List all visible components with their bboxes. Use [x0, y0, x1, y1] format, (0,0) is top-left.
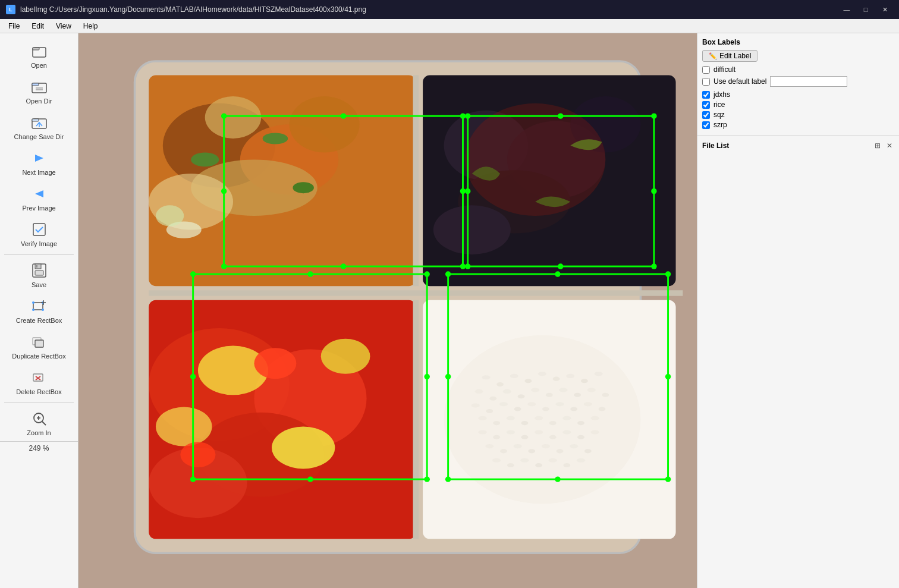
svg-point-40: [205, 96, 262, 139]
svg-line-31: [42, 422, 46, 425]
svg-point-83: [587, 388, 596, 392]
next-image-icon: [30, 149, 49, 168]
svg-point-157: [190, 374, 196, 379]
image-container[interactable]: [78, 33, 697, 588]
open-icon: [30, 42, 49, 61]
verify-image-button[interactable]: Verify Image: [7, 216, 72, 251]
duplicate-rectbox-label: Duplicate RectBox: [12, 353, 66, 360]
label-item-sqz: sqz: [702, 111, 894, 119]
file-list-header-icons: ⊞ ✕: [873, 141, 894, 150]
create-rectbox-label: Create RectBox: [16, 317, 62, 324]
label-checkbox-rice[interactable]: [702, 101, 710, 109]
sidebar: Open Open Dir: [0, 33, 78, 588]
change-save-dir-label: Change Save Dir: [14, 133, 64, 140]
prev-image-button[interactable]: Prev Image: [7, 181, 72, 215]
difficult-checkbox[interactable]: [702, 66, 710, 74]
svg-point-111: [577, 435, 584, 439]
main-layout: Open Open Dir: [0, 33, 899, 588]
file-list-header: File List ⊞ ✕: [702, 141, 894, 150]
use-default-checkbox[interactable]: [702, 78, 710, 86]
delete-rectbox-label: Delete RectBox: [16, 388, 61, 395]
svg-point-19: [32, 309, 34, 311]
delete-rectbox-button[interactable]: Delete RectBox: [7, 364, 72, 399]
svg-point-91: [555, 402, 564, 406]
label-item-rice: rice: [702, 100, 894, 109]
verify-image-icon: [30, 220, 49, 239]
svg-point-134: [221, 263, 227, 269]
menu-edit[interactable]: Edit: [26, 21, 50, 32]
svg-point-116: [528, 449, 535, 453]
save-label: Save: [32, 281, 46, 288]
svg-point-119: [570, 444, 578, 448]
svg-point-51: [433, 205, 511, 254]
svg-point-107: [521, 435, 529, 439]
verify-image-label: Verify Image: [21, 240, 57, 247]
svg-point-108: [535, 430, 543, 434]
svg-rect-24: [35, 340, 43, 347]
svg-point-59: [272, 427, 335, 469]
change-save-dir-button[interactable]: Change Save Dir: [7, 109, 72, 144]
label-checkbox-sqz[interactable]: [702, 111, 710, 119]
create-rectbox-button[interactable]: Create RectBox: [7, 293, 72, 328]
svg-point-90: [542, 407, 549, 411]
menubar: File Edit View Help: [0, 19, 899, 33]
maximize-button[interactable]: □: [857, 4, 874, 15]
svg-point-102: [577, 421, 584, 425]
close-button[interactable]: ✕: [876, 4, 893, 15]
svg-point-84: [602, 393, 609, 397]
svg-rect-1: [33, 48, 39, 50]
svg-point-41: [191, 153, 219, 167]
next-image-button[interactable]: Next Image: [7, 145, 72, 180]
label-checkbox-szrp[interactable]: [702, 121, 710, 129]
svg-point-120: [584, 449, 592, 453]
svg-point-165: [555, 476, 560, 482]
menu-view[interactable]: View: [50, 21, 77, 32]
svg-point-71: [553, 377, 560, 381]
svg-point-98: [521, 421, 529, 425]
main-image: [78, 33, 697, 588]
label-text-rice: rice: [713, 100, 725, 109]
svg-point-144: [651, 263, 656, 269]
svg-point-163: [555, 271, 560, 276]
svg-point-103: [591, 416, 599, 420]
svg-point-137: [460, 188, 466, 194]
label-item-jdxhs: jdxhs: [702, 90, 894, 99]
svg-rect-3: [32, 83, 39, 86]
svg-point-43: [263, 133, 288, 144]
menu-file[interactable]: File: [2, 21, 26, 32]
svg-point-115: [514, 444, 522, 448]
svg-rect-7: [32, 119, 39, 121]
svg-point-164: [665, 374, 671, 379]
zoom-level-display: 249 %: [0, 441, 78, 455]
use-default-input[interactable]: [770, 76, 847, 87]
save-icon: [30, 261, 49, 280]
svg-rect-14: [35, 271, 43, 275]
svg-rect-15: [36, 265, 37, 268]
svg-point-166: [445, 374, 451, 379]
file-list-detach-button[interactable]: ⊞: [873, 141, 882, 150]
open-dir-button[interactable]: Open Dir: [7, 74, 72, 108]
app-icon: L: [6, 5, 15, 14]
svg-point-76: [489, 397, 496, 401]
svg-point-96: [493, 421, 500, 425]
file-list-close-button[interactable]: ✕: [885, 141, 894, 150]
svg-point-39: [290, 96, 360, 153]
open-button[interactable]: Open: [7, 38, 72, 73]
label-checkbox-jdxhs[interactable]: [702, 91, 710, 99]
svg-point-17: [32, 301, 34, 304]
zoom-in-button[interactable]: Zoom In: [7, 405, 72, 440]
right-panel: Box Labels ✏️ Edit Label difficult Use d…: [697, 33, 899, 588]
image-canvas-area[interactable]: [78, 33, 697, 588]
change-save-dir-icon: [30, 113, 49, 132]
minimize-button[interactable]: —: [838, 4, 855, 15]
svg-point-136: [341, 113, 346, 118]
svg-point-52: [465, 103, 605, 216]
svg-point-77: [503, 389, 511, 394]
save-button[interactable]: Save: [7, 257, 72, 292]
edit-label-button[interactable]: ✏️ Edit Label: [702, 50, 757, 62]
box-labels-title: Box Labels: [702, 38, 894, 46]
svg-point-141: [465, 113, 470, 118]
menu-help[interactable]: Help: [77, 21, 104, 32]
duplicate-rectbox-button[interactable]: Duplicate RectBox: [7, 329, 72, 363]
svg-point-118: [557, 449, 564, 453]
